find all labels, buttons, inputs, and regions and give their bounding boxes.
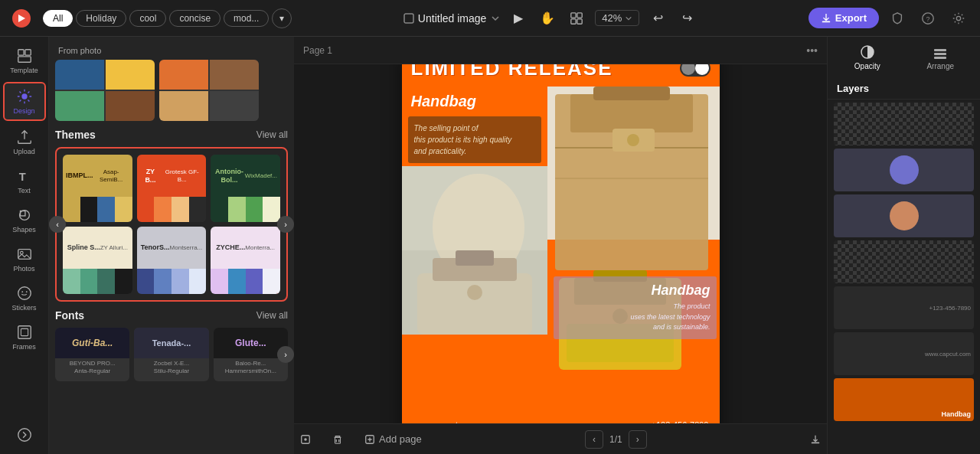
select-tool[interactable]: ▶ (508, 8, 529, 29)
fonts-grid: Guti-Ba... BEYOND PRO...Anta-Regular Ten… (55, 328, 288, 381)
layer-item[interactable] (834, 240, 974, 283)
layer-handbag-text: Handbag (941, 410, 971, 418)
tag-holiday[interactable]: Holiday (76, 10, 126, 27)
layer-brown-circle (890, 201, 919, 230)
font-guti-sub: BEYOND PRO...Anta-Regular (55, 358, 129, 376)
layer-purple-circle (890, 155, 919, 185)
theme-card-antonio[interactable]: Antonio-Bol...WixMadef... (211, 155, 280, 222)
theme-card-zy[interactable]: ZY B...Grotesk GF-B... (137, 155, 207, 222)
opacity-tab[interactable]: Opacity (837, 44, 898, 70)
zoom-control[interactable]: 42% (595, 10, 639, 26)
svg-point-14 (19, 211, 29, 220)
sidebar-item-label-template: Template (10, 67, 38, 74)
font-card-tenada[interactable]: Tenada-... Zocbel X-E...Stilu-Regular (134, 328, 208, 381)
sidebar-item-text[interactable]: T Text (3, 163, 46, 199)
document-title-area[interactable]: Untitled image (403, 12, 502, 24)
undo-button[interactable]: ↩ (647, 8, 668, 29)
frame-tool[interactable] (566, 8, 587, 29)
sidebar-item-template[interactable]: Template (3, 43, 46, 79)
sidebar-item-frames[interactable]: Frames (3, 319, 46, 355)
tag-mod[interactable]: mod... (224, 10, 269, 27)
sidebar-item-label-photos: Photos (13, 265, 34, 273)
app-logo[interactable] (9, 6, 34, 31)
selling-point-box: The selling point of this product is its… (408, 116, 541, 163)
sidebar-item-label-shapes: Shapes (12, 226, 36, 234)
canvas-area: Page 1 ••• LIMITED RELEASE (294, 37, 827, 454)
shield-icon[interactable] (885, 6, 910, 31)
svg-rect-0 (404, 14, 413, 23)
left-panel: From photo Themes (49, 37, 294, 454)
themes-prev-arrow[interactable]: ‹ (49, 216, 66, 233)
svg-rect-10 (24, 50, 30, 55)
export-button[interactable]: Export (808, 8, 879, 28)
tag-all[interactable]: All (43, 10, 73, 27)
theme-card-spline[interactable]: Spline S...ZY Alluri... (63, 227, 132, 294)
themes-container: ‹ IBMPL...Asap-SemiB... ZY B...Grotesk G… (55, 147, 288, 302)
hand-tool[interactable]: ✋ (537, 8, 558, 29)
layer-item[interactable]: www.capcut.com (834, 332, 974, 375)
svg-rect-1 (571, 12, 576, 17)
font-tenada-sub: Zocbel X-E...Stilu-Regular (134, 358, 208, 376)
svg-rect-27 (417, 273, 532, 335)
tag-cool[interactable]: cool (129, 10, 166, 27)
canvas-bottom-bar: Add page ‹ 1/1 › (294, 423, 827, 454)
canvas-title: LIMITED RELEASE (411, 64, 613, 80)
layer-item[interactable] (834, 103, 974, 145)
delete-button[interactable] (326, 431, 349, 448)
themes-title: Themes (55, 129, 96, 141)
sidebar-item-stickers[interactable]: Stickers (3, 280, 46, 316)
theme-card-zyche[interactable]: ZYCHE...Monterra... ➤ (211, 227, 280, 294)
photo-thumb-1[interactable] (55, 60, 155, 121)
redo-button[interactable]: ↪ (676, 8, 697, 29)
handbag-label: Handbag (402, 87, 547, 113)
theme-card-ibm[interactable]: IBMPL...Asap-SemiB... (63, 155, 132, 222)
arrange-tab[interactable]: Arrange (910, 44, 972, 70)
sidebar-collapse-btn[interactable] (3, 422, 46, 448)
layer-item[interactable] (834, 194, 974, 237)
svg-text:T: T (18, 171, 25, 183)
add-page-label: Add page (379, 433, 422, 445)
themes-view-all[interactable]: View all (256, 129, 288, 140)
photo-thumb-2[interactable] (159, 60, 259, 121)
help-icon[interactable]: ? (916, 6, 940, 31)
sidebar-item-shapes[interactable]: Shapes (3, 202, 46, 238)
settings-icon[interactable] (946, 6, 971, 31)
add-page-button[interactable]: Add page (358, 430, 428, 448)
right-panel-controls: Opacity Arrange (828, 37, 980, 78)
layer-phone-text: +123-456-7890 (929, 305, 972, 312)
fonts-section: Fonts View all Guti-Ba... BEYOND PRO...A… (55, 309, 288, 381)
theme-red-arrow: ➤ (276, 289, 280, 294)
svg-point-46 (304, 438, 307, 441)
canvas-toggle[interactable] (680, 64, 710, 77)
svg-rect-5 (822, 21, 831, 22)
svg-rect-35 (593, 87, 670, 100)
prev-page-button[interactable]: ‹ (585, 430, 603, 449)
theme-zyche-label: ZYCHE...Monterra... (211, 227, 280, 269)
font-card-guti[interactable]: Guti-Ba... BEYOND PRO...Anta-Regular (55, 328, 129, 381)
add-media-button[interactable] (294, 431, 317, 448)
layer-item[interactable]: +123-456-7890 (834, 286, 974, 329)
more-tags-button[interactable]: ▾ (272, 8, 292, 28)
themes-next-arrow[interactable]: › (277, 216, 294, 233)
canvas-menu-icon[interactable]: ••• (806, 44, 818, 57)
svg-rect-47 (335, 437, 341, 443)
sidebar-item-design[interactable]: Design (3, 82, 46, 121)
next-page-button[interactable]: › (629, 430, 647, 449)
layer-item[interactable] (834, 149, 974, 191)
svg-point-30 (467, 285, 482, 300)
topbar-right: Export ? (808, 6, 971, 31)
fonts-view-all[interactable]: View all (256, 310, 288, 321)
tag-concise[interactable]: concise (169, 10, 220, 27)
download-button[interactable] (804, 431, 827, 448)
fonts-next-arrow[interactable]: › (277, 346, 294, 363)
sidebar-item-upload[interactable]: Upload (3, 124, 46, 160)
theme-card-tenor[interactable]: TenorS...Montserra... (137, 227, 207, 294)
layer-item[interactable]: Handbag (834, 378, 974, 421)
document-title: Untitled image (418, 12, 487, 24)
zoom-value: 42% (602, 12, 622, 24)
sidebar-item-photos[interactable]: Photos (3, 241, 46, 277)
canvas-scroll[interactable]: LIMITED RELEASE Handbag The selling poin… (294, 64, 827, 423)
layer-url-text: www.capcut.com (925, 351, 971, 358)
sidebar-item-label-stickers: Stickers (11, 304, 36, 312)
svg-point-18 (18, 287, 31, 300)
